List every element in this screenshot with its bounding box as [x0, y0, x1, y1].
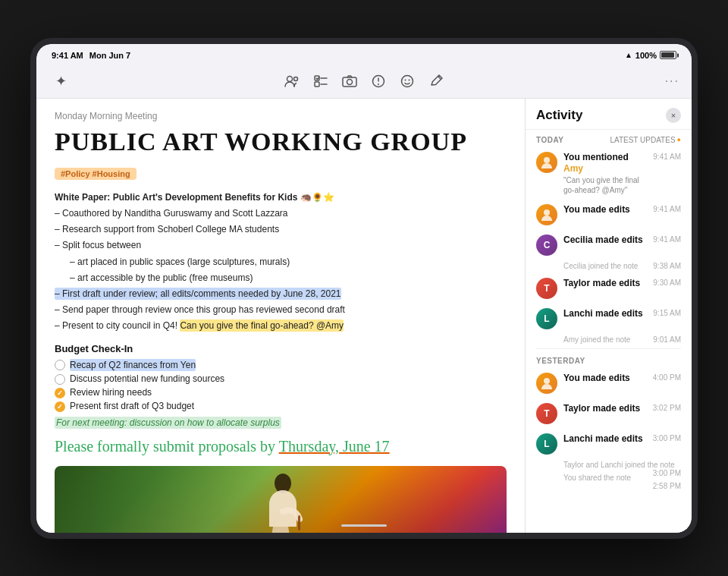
activity-time-taylor-y: 3:02 PM — [653, 404, 681, 412]
todo-3-text: Review hiring needs — [70, 387, 152, 398]
emoji-icon[interactable] — [395, 69, 419, 93]
todo-item-2: Discuss potential new funding sources — [55, 373, 507, 385]
activity-item-cecilia[interactable]: C Cecilia made edits 9:41 AM — [526, 230, 692, 260]
activity-name-lanchi: Lanchi made edits — [563, 308, 647, 320]
scroll-indicator — [341, 524, 387, 527]
tag-row: #Policy #Housing — [55, 166, 507, 180]
battery-percent: 100% — [635, 51, 657, 60]
svg-point-16 — [544, 209, 550, 216]
yesterday-section-header: YESTERDAY — [526, 351, 692, 368]
note-title: PUBLIC ART WORKING GROUP — [55, 127, 507, 156]
activity-time-lanchi-y: 3:00 PM — [653, 434, 681, 442]
yesterday-label: YESTERDAY — [536, 357, 585, 365]
white-paper-title: White Paper: Public Art's Development Be… — [55, 190, 507, 205]
checklist-icon[interactable] — [309, 69, 333, 93]
status-date: Mon Jun 7 — [89, 51, 130, 60]
today-label: TODAY — [536, 136, 563, 144]
svg-point-17 — [544, 378, 550, 384]
main-layout: Monday Morning Meeting PUBLIC ART WORKIN… — [36, 99, 692, 533]
activity-name-taylor: Taylor made edits — [563, 278, 647, 290]
avatar-taylor: T — [536, 278, 557, 299]
people-icon[interactable] — [280, 69, 304, 93]
more-dots[interactable]: ··· — [665, 74, 679, 88]
first-draft-line: – First draft under review; all edits/co… — [55, 287, 507, 301]
todo-circle-2[interactable] — [55, 374, 65, 385]
activity-time-you-edits: 9:41 AM — [653, 205, 681, 213]
activity-item-lanchi-y[interactable]: L Lanchi made edits 3:00 PM — [526, 429, 692, 459]
present-line: – Present to city council in Q4! Can you… — [55, 319, 507, 333]
art2-line: – art accessible by the public (free mus… — [70, 271, 507, 285]
activity-item-lanchi[interactable]: L Lanchi made edits 9:15 AM — [526, 304, 692, 334]
activity-info-lanchi-y: Lanchi made edits — [563, 433, 647, 445]
todo-2-text: Discuss potential new funding sources — [70, 373, 224, 384]
split-focus-line: – Split focus between — [55, 238, 507, 253]
toolbar: ✦ — [36, 65, 692, 99]
activity-info-taylor-y: Taylor made edits — [563, 403, 647, 415]
svg-point-1 — [294, 77, 298, 81]
todo-1-text: Recap of Q2 finances from Yen — [70, 359, 196, 371]
avatar-taylor-y: T — [536, 403, 557, 424]
svg-point-0 — [287, 77, 293, 82]
camera-icon[interactable] — [337, 69, 362, 93]
compose-icon[interactable] — [424, 69, 448, 93]
activity-item-taylor-y[interactable]: T Taylor made edits 3:02 PM — [526, 398, 692, 429]
todo-item-4: ✓ Present first draft of Q3 budget — [55, 401, 507, 412]
avatar-cecilia: C — [536, 234, 557, 256]
status-time: 9:41 AM — [52, 51, 83, 60]
svg-point-9 — [378, 83, 379, 85]
todo-checked-3[interactable]: ✓ — [55, 388, 65, 398]
activity-item-you-edits-y[interactable]: You made edits 4:00 PM — [526, 368, 692, 398]
avatar-you-y — [536, 373, 557, 394]
note-image — [55, 466, 507, 533]
todo-item-3: ✓ Review hiring needs — [55, 387, 507, 398]
todo-item-1: Recap of Q2 finances from Yen — [55, 359, 507, 371]
activity-name-cecilia: Cecilia made edits — [563, 234, 647, 247]
activity-info-lanchi: Lanchi made edits — [563, 308, 647, 320]
todo-4-text: Present first draft of Q3 budget — [70, 401, 194, 411]
activity-time-you-edits-y: 4:00 PM — [653, 373, 681, 382]
activity-name-you-mentioned: You mentioned Amy — [563, 152, 647, 175]
todo-circle-1[interactable] — [55, 360, 65, 370]
svg-point-11 — [405, 80, 406, 81]
activity-item-you-edits[interactable]: You made edits 9:41 AM — [526, 200, 692, 230]
activity-info-taylor: Taylor made edits — [563, 278, 647, 290]
activity-header: Activity × — [526, 99, 692, 130]
activity-system-cecilia-joined: Cecilia joined the note 9:38 AM — [526, 260, 692, 273]
activity-name-lanchi-y: Lanchi made edits — [563, 433, 647, 445]
svg-point-12 — [409, 80, 410, 81]
activity-panel: Activity × TODAY LATEST UPDATES ● — [525, 99, 692, 533]
activity-info-you-edits: You made edits — [563, 204, 647, 216]
svg-point-15 — [544, 157, 550, 163]
svg-point-7 — [347, 80, 353, 85]
activity-name-you-edits: You made edits — [563, 204, 647, 216]
handwriting-text: Please formally submit proposals by Thur… — [55, 438, 507, 455]
activity-time-lanchi: 9:15 AM — [653, 309, 681, 317]
magic-tool-icon[interactable]: ✦ — [49, 69, 73, 93]
svg-rect-4 — [315, 82, 319, 87]
note-content[interactable]: Monday Morning Meeting PUBLIC ART WORKIN… — [36, 99, 525, 533]
activity-close-button[interactable]: × — [666, 108, 681, 123]
avatar-lanchi: L — [536, 308, 557, 329]
activity-sub-you-mentioned: "Can you give the final go-ahead? @Amy" — [563, 175, 647, 195]
avatar-lanchi-y: L — [536, 433, 557, 455]
annotation-icon[interactable] — [366, 69, 391, 93]
art1-line: – art placed in public spaces (large scu… — [70, 255, 507, 269]
activity-info-you-edits-y: You made edits — [563, 373, 647, 385]
activity-system-taylor-lanchi: Taylor and Lanchi joined the note 3:00 P… — [526, 459, 692, 472]
svg-point-10 — [402, 76, 413, 87]
activity-body[interactable]: TODAY LATEST UPDATES ● — [526, 130, 692, 533]
research-line: – Research support from Schoberl College… — [55, 222, 507, 237]
avatar-you-2 — [536, 204, 557, 225]
activity-system-amy-joined: Amy joined the note 9:01 AM — [526, 334, 692, 347]
avatar-you-1 — [536, 152, 557, 173]
activity-item-taylor[interactable]: T Taylor made edits 9:30 AM — [526, 273, 692, 304]
activity-item-you-mentioned[interactable]: You mentioned Amy "Can you give the fina… — [526, 147, 692, 200]
status-left: 9:41 AM Mon Jun 7 — [52, 51, 130, 60]
today-yesterday-divider — [536, 348, 681, 349]
activity-time-cecilia: 9:41 AM — [653, 235, 681, 244]
italic-note: For next meeting: discussion on how to a… — [55, 417, 281, 429]
policy-housing-tag: #Policy #Housing — [55, 168, 136, 180]
coauthored-line: – Coauthored by Nanditha Guruswamy and S… — [55, 206, 507, 221]
activity-info-cecilia: Cecilia made edits — [563, 234, 647, 247]
todo-checked-4[interactable]: ✓ — [55, 401, 65, 412]
